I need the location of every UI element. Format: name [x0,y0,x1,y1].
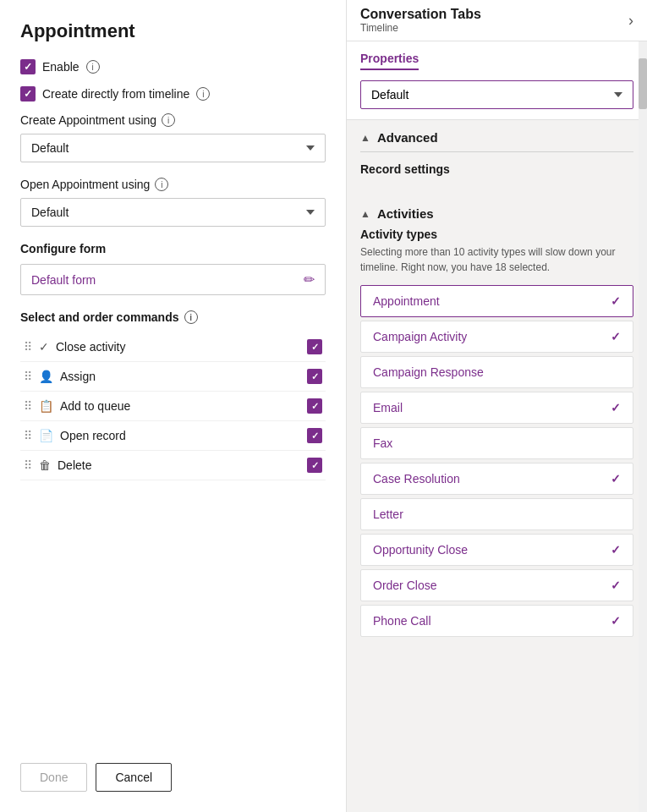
activity-item[interactable]: Email ✓ [360,392,633,424]
activity-item[interactable]: Fax [360,427,633,459]
command-item: ⠿ 🗑 Delete [20,451,326,480]
commands-header: Select and order commands i [20,310,326,324]
create-using-group: Create Appointment using i Default [20,113,326,162]
scrollbar-thumb[interactable] [639,58,647,109]
activity-item[interactable]: Phone Call ✓ [360,605,633,637]
activity-item-label: Fax [373,436,392,450]
right-arrow-icon[interactable]: › [628,12,633,30]
activity-check-icon: ✓ [611,472,621,486]
create-from-timeline-row: Create directly from timeline i [20,86,326,102]
drag-handle-icon[interactable]: ⠿ [24,370,32,383]
activity-check-icon: ✓ [611,294,621,308]
activity-item-label: Campaign Response [373,365,484,379]
create-using-chevron [306,145,315,151]
right-header: Conversation Tabs Timeline › [347,0,647,41]
configure-form-value: Default form [31,273,96,287]
activities-collapse-icon: ▲ [360,208,370,220]
create-using-info-icon[interactable]: i [162,113,175,127]
advanced-section: ▲ Advanced Record settings [347,120,647,196]
activity-check-icon: ✓ [611,579,621,592]
cmd-label: Close activity [56,340,300,354]
activity-types-label: Activity types [360,228,633,241]
panel-footer: Done Cancel [20,743,326,792]
open-using-group: Open Appointment using i Default [20,178,326,227]
properties-value: Default [371,88,408,102]
command-item: ⠿ 📄 Open record [20,421,326,451]
open-using-value: Default [31,206,69,219]
activity-item[interactable]: Appointment ✓ [360,285,633,317]
properties-select[interactable]: Default [360,80,633,109]
drag-handle-icon[interactable]: ⠿ [24,429,32,442]
cmd-checkbox[interactable] [307,339,322,354]
advanced-collapse-icon: ▲ [360,132,370,144]
create-from-timeline-info-icon[interactable]: i [196,87,210,101]
enable-checkbox[interactable] [20,59,36,74]
done-button[interactable]: Done [20,763,87,792]
cmd-icon: 📋 [39,399,53,413]
properties-tab[interactable]: Properties [360,52,419,70]
activity-types-desc: Selecting more than 10 activity types wi… [360,244,633,275]
right-body: Properties Default ▲ Advanced Record set… [347,41,647,812]
drag-handle-icon[interactable]: ⠿ [24,340,32,354]
properties-chevron [614,92,622,97]
activity-check-icon: ✓ [611,330,621,343]
cmd-label: Delete [58,458,300,472]
commands-list: ⠿ ✓ Close activity ⠿ 👤 Assign ⠿ 📋 Add to… [20,332,326,480]
drag-handle-icon[interactable]: ⠿ [24,399,32,413]
command-item: ⠿ ✓ Close activity [20,332,326,362]
activity-item[interactable]: Case Resolution ✓ [360,463,633,495]
create-from-timeline-checkbox[interactable] [20,86,36,102]
activity-item[interactable]: Opportunity Close ✓ [360,534,633,566]
open-using-info-icon[interactable]: i [155,178,168,191]
activity-item-label: Appointment [373,294,440,308]
activity-item-label: Campaign Activity [373,330,467,343]
right-header-title: Conversation Tabs [360,7,481,22]
activities-section: ▲ Activities Activity types Selecting mo… [347,196,647,650]
create-using-label: Create Appointment using i [20,113,326,127]
open-using-label: Open Appointment using i [20,178,326,191]
activity-item-label: Case Resolution [373,472,460,486]
cmd-label: Assign [60,370,300,383]
cancel-button[interactable]: Cancel [96,763,172,792]
right-header-content: Conversation Tabs Timeline [360,7,481,34]
left-panel: Appointment Enable i Create directly fro… [0,0,347,812]
advanced-collapsible[interactable]: ▲ Advanced [360,130,633,145]
activity-item[interactable]: Campaign Activity ✓ [360,321,633,353]
activity-item[interactable]: Letter [360,498,633,530]
open-using-select[interactable]: Default [20,198,326,227]
cmd-checkbox[interactable] [307,369,322,384]
panel-title: Appointment [20,20,326,42]
activity-items-list: Appointment ✓ Campaign Activity ✓ Campai… [360,285,633,637]
activity-item-label: Letter [373,508,403,521]
cmd-checkbox[interactable] [307,458,322,473]
activity-item[interactable]: Campaign Response [360,356,633,388]
right-header-subtitle: Timeline [360,22,481,34]
configure-form-box[interactable]: Default form ✏ [20,264,326,295]
configure-form-label: Configure form [20,242,326,255]
command-item: ⠿ 📋 Add to queue [20,392,326,421]
create-using-select[interactable]: Default [20,134,326,162]
activities-title: Activities [377,206,434,221]
activity-check-icon: ✓ [611,614,621,628]
open-using-chevron [306,210,315,215]
create-using-value: Default [31,141,69,155]
activity-item[interactable]: Order Close ✓ [360,569,633,601]
advanced-title: Advanced [377,130,438,145]
activity-check-icon: ✓ [611,543,621,557]
edit-icon[interactable]: ✏ [304,272,315,288]
activities-collapsible[interactable]: ▲ Activities [360,206,633,221]
command-item: ⠿ 👤 Assign [20,362,326,392]
activity-item-label: Order Close [373,579,436,592]
enable-info-icon[interactable]: i [86,60,100,74]
cmd-checkbox[interactable] [307,398,322,414]
drag-handle-icon[interactable]: ⠿ [24,458,32,472]
record-settings-label: Record settings [360,162,633,176]
cmd-checkbox[interactable] [307,428,322,443]
activity-item-label: Opportunity Close [373,543,468,557]
cmd-label: Open record [60,429,300,442]
cmd-icon: 📄 [39,429,53,442]
properties-section: Properties Default [347,41,647,120]
cmd-icon: 🗑 [39,458,51,472]
activity-item-label: Email [373,401,403,414]
commands-info-icon[interactable]: i [184,310,198,324]
